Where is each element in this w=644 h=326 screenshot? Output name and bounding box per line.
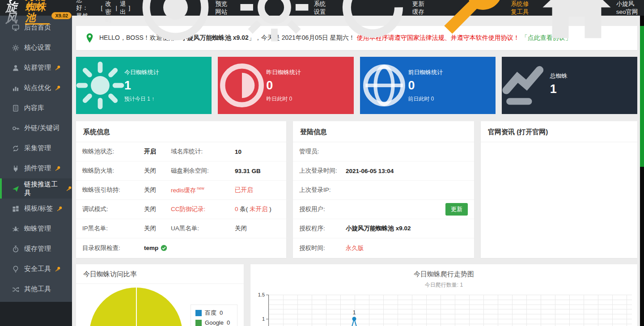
sidebar-item-plugins[interactable]: 插件管理 bbox=[0, 158, 72, 178]
sidebar-item-label: 采集管理 bbox=[24, 144, 51, 152]
sidebar-item-label: 蜘蛛管理 bbox=[24, 224, 51, 233]
eye-icon bbox=[138, 0, 213, 46]
nav-preview-site[interactable]: 预览网站 bbox=[138, 0, 229, 46]
check-circle-icon bbox=[161, 245, 167, 251]
data-point[interactable] bbox=[352, 317, 356, 321]
spider-icon bbox=[12, 225, 19, 233]
page-scrollbar[interactable] bbox=[640, 16, 644, 326]
data-series-spike: 1 bbox=[331, 295, 385, 326]
sidebar-item-label: 内容库 bbox=[24, 104, 44, 112]
info-row-spider-pool-status: 蜘蛛池状态: 开启 域名库统计: 10 bbox=[76, 142, 286, 161]
gear-icon bbox=[12, 44, 19, 51]
sidebar-item-site-optimize[interactable]: 站点优化 bbox=[0, 78, 72, 98]
sidebar-item-content-library[interactable]: 内容库 bbox=[0, 98, 72, 118]
nav-official-site[interactable]: 小旋风seo官网 bbox=[539, 0, 639, 47]
legend-item-baidu[interactable]: 百度 0 bbox=[195, 308, 233, 318]
cc-defense-link[interactable]: CC防御记录: bbox=[171, 205, 235, 213]
sidebar-item-site-group[interactable]: 站群管理 bbox=[0, 58, 72, 78]
sidebar-item-cache-manage[interactable]: 缓存管理 bbox=[0, 239, 72, 259]
nav-item-label: 预览网站 bbox=[215, 0, 229, 16]
sidebar-item-security-tools[interactable]: 安全工具 bbox=[0, 259, 72, 279]
sidebar-item-link-push-tools[interactable]: 链接推送工具 bbox=[0, 178, 72, 199]
sidebar-item-spider-manage[interactable]: 蜘蛛管理 bbox=[0, 219, 72, 239]
login-row-admin: 管理员: bbox=[293, 142, 474, 161]
login-row-auth-user: 授权用户: 更新 bbox=[293, 200, 474, 219]
greeting-text: 您好：果然 bbox=[76, 0, 93, 20]
info-row-blacklists: IP黑名单: 关闭 UA黑名单: 关闭 bbox=[76, 219, 286, 238]
sidebar-item-collection[interactable]: 采集管理 bbox=[0, 138, 72, 158]
data-point-label: 1 bbox=[353, 309, 356, 316]
info-panels-row: 系统信息 蜘蛛池状态: 开启 域名库统计: 10 蜘蛛防火墙: 关闭 磁盘剩余空… bbox=[76, 121, 637, 258]
pie-slice-divider bbox=[136, 288, 137, 326]
info-row-hijack: 蜘蛛强引劫持: 关闭 redis缓存new 已开启 bbox=[76, 181, 286, 200]
sidebar: 后台首页 核心设置 站群管理 站点优化 内容库 外链/关键词 采集管理 bbox=[0, 16, 72, 326]
stat-card-title: 前日蜘蛛统计 bbox=[408, 68, 443, 76]
new-badge: new bbox=[197, 186, 204, 191]
stat-card-title: 昨日蜘蛛统计 bbox=[266, 68, 301, 76]
refresh-icon bbox=[335, 0, 411, 46]
sidebar-item-core-settings[interactable]: 核心设置 bbox=[0, 38, 72, 58]
logout-link[interactable]: 退出 bbox=[120, 0, 126, 16]
trend-line-icon bbox=[502, 61, 550, 110]
globe-icon bbox=[360, 61, 408, 110]
pin-icon bbox=[55, 85, 61, 91]
cc-defense-value: 0 条( 未开启 ) bbox=[235, 205, 280, 213]
charts-row: 今日蜘蛛访问比率 百度 0 Google 0 bbox=[76, 264, 637, 326]
nav-system-settings[interactable]: 系统设置 bbox=[237, 0, 327, 46]
stat-cards-row: 今日蜘蛛统计 1 预计今日 1 ↑ 昨日蜘蛛统计 0 昨日此时 0 前日蜘蛛统计… bbox=[76, 57, 637, 114]
stopwatch-icon bbox=[12, 246, 19, 253]
legend-item-google[interactable]: Google 0 bbox=[195, 318, 233, 326]
nav-refresh-cache[interactable]: 更新缓存 bbox=[335, 0, 426, 46]
update-button[interactable]: 更新 bbox=[445, 203, 468, 216]
nav-repair-tools[interactable]: 系统修复工具 bbox=[433, 0, 531, 46]
y-axis-tick-label: 1.5 bbox=[258, 292, 265, 297]
logo-text-secondary: 万能蜘蛛池 bbox=[25, 0, 50, 25]
key-icon bbox=[12, 125, 19, 132]
stat-card-day-before: 前日蜘蛛统计 0 前日此时 0 bbox=[360, 57, 496, 114]
login-row-last-login-time: 上次登录时间: 2021-06-05 13:04 bbox=[293, 161, 474, 181]
sun-icon bbox=[76, 61, 124, 110]
stat-card-total: 总蜘蛛 1 bbox=[502, 57, 637, 114]
spider-ratio-pie-panel: 今日蜘蛛访问比率 百度 0 Google 0 bbox=[76, 264, 244, 326]
sidebar-item-label: 安全工具 bbox=[24, 265, 51, 273]
legend-swatch bbox=[195, 320, 202, 326]
bar-chart-icon bbox=[12, 85, 19, 92]
redis-cache-link[interactable]: redis缓存 bbox=[171, 186, 196, 193]
sidebar-item-label: 模板/标签 bbox=[24, 204, 53, 213]
login-row-last-login-ip: 上次登录IP: bbox=[293, 181, 474, 200]
info-row-debug-mode: 调试模式: 关闭 CC防御记录: 0 条( 未开启 ) bbox=[76, 200, 286, 219]
sync-icon bbox=[12, 145, 19, 152]
sidebar-item-label: 核心设置 bbox=[24, 43, 51, 52]
scrollbar-thumb[interactable] bbox=[640, 26, 644, 167]
open-official-site-link[interactable]: (打开官网) bbox=[517, 128, 548, 135]
system-info-panel: 系统信息 蜘蛛池状态: 开启 域名库统计: 10 蜘蛛防火墙: 关闭 磁盘剩余空… bbox=[76, 121, 286, 258]
document-icon bbox=[12, 105, 19, 112]
user-icon bbox=[12, 64, 19, 72]
info-row-dir-permission: 目录权限检查: temp bbox=[76, 238, 286, 258]
info-row-firewall: 蜘蛛防火墙: 关闭 磁盘剩余空间: 93.31 GB bbox=[76, 161, 286, 181]
sidebar-item-label: 插件管理 bbox=[24, 164, 51, 173]
sidebar-item-other-tools[interactable]: 其他工具 bbox=[0, 279, 72, 299]
bracket: ] bbox=[129, 4, 131, 11]
sidebar-item-templates-tags[interactable]: 模板/标签 bbox=[0, 199, 72, 219]
stat-card-subtitle: 前日此时 0 bbox=[408, 95, 443, 103]
stat-card-value: 1 bbox=[550, 83, 568, 95]
version-badge: X9.02 bbox=[51, 12, 72, 19]
sidebar-item-links-keywords[interactable]: 外链/关键词 bbox=[0, 118, 72, 138]
wrench-icon bbox=[433, 0, 509, 46]
stat-card-value: 0 bbox=[266, 80, 301, 92]
plot-grid bbox=[268, 295, 632, 326]
stat-card-title: 今日蜘蛛统计 bbox=[124, 68, 159, 76]
grid-icon bbox=[12, 205, 19, 212]
line-chart-subtitle: 今日爬行数量: 1 bbox=[250, 281, 637, 289]
stat-card-value: 1 bbox=[124, 80, 159, 92]
nav-item-label: 更新缓存 bbox=[412, 0, 426, 16]
contrast-icon bbox=[218, 61, 266, 110]
spider-trend-line-panel: 今日蜘蛛爬行走势图 今日爬行数量: 1 1.5 1 1 bbox=[250, 264, 637, 326]
sidebar-menu: 后台首页 核心设置 站群管理 站点优化 内容库 外链/关键词 采集管理 bbox=[0, 16, 72, 302]
pin-icon bbox=[55, 266, 61, 272]
nav-item-label: 系统设置 bbox=[314, 0, 327, 16]
change-password-link[interactable]: 修改密码 bbox=[105, 0, 113, 24]
login-row-auth-program: 授权程序: 小旋风万能蜘蛛池 x9.02 bbox=[293, 219, 474, 238]
main-content: HELLO，BOSS！欢迎使用「小旋风万能蜘蛛池 x9.02」，今天是 2021… bbox=[72, 16, 640, 326]
